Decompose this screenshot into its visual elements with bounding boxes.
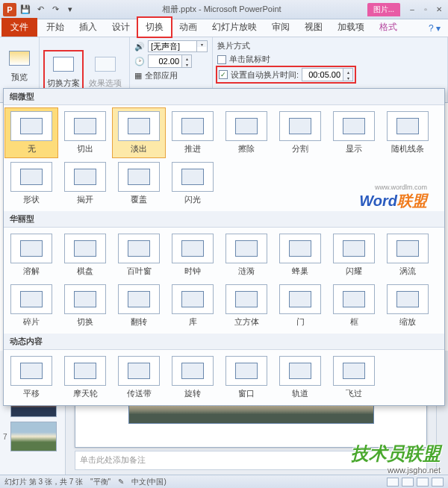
transition-thumb-icon [387,111,429,141]
transition-exciting-13[interactable]: 门 [274,281,326,331]
apply-all-icon: ▦ [134,71,142,81]
transition-thumb-icon [118,234,160,263]
transition-thumb-icon [172,356,214,386]
sorter-view-button[interactable] [402,478,414,487]
category-dynamic: 动态内容 [4,334,444,350]
tab-home[interactable]: 开始 [39,18,72,37]
transition-thumb-icon [10,356,52,386]
transition-exciting-7[interactable]: 涡流 [382,231,434,280]
spellcheck-icon[interactable]: ✎ [118,478,124,486]
transition-subtle-6[interactable]: 显示 [328,108,380,157]
transition-subtle-1[interactable]: 切出 [59,108,111,157]
tab-format[interactable]: 格式 [372,18,405,37]
transition-exciting-3[interactable]: 时钟 [167,231,219,280]
transition-subtle-4[interactable]: 擦除 [220,108,273,157]
undo-icon[interactable]: ↶ [34,4,46,16]
slideshow-view-button[interactable] [432,478,444,487]
close-icon[interactable]: ✕ [433,4,445,15]
transition-exciting-6[interactable]: 闪耀 [328,231,380,280]
normal-view-button[interactable] [387,478,399,487]
transition-subtle-2[interactable]: 淡出 [113,108,165,157]
transition-thumb-icon [279,284,321,314]
preview-button[interactable]: 预览 [4,45,34,84]
timing-header: 换片方式 [217,40,443,51]
transition-exciting-8[interactable]: 碎片 [5,281,57,331]
sound-dropdown[interactable]: ▾ [148,40,208,52]
restore-icon[interactable]: ▫ [420,4,432,15]
auto-advance-spinner[interactable]: ▴▾ [302,68,353,81]
transition-thumb-icon [172,284,214,314]
on-click-label: 单击鼠标时 [229,54,270,65]
transition-thumb-icon [333,356,375,386]
apply-all-button[interactable]: ▦ 全部应用 [134,70,208,81]
transition-thumb-icon [279,234,321,263]
auto-advance-checkbox[interactable]: ✓ [219,70,228,79]
transition-subtle-3[interactable]: 推进 [167,108,219,157]
transition-thumb-icon [279,356,321,386]
quick-access-toolbar: P 💾 ↶ ↷ ▾ [3,3,76,16]
transition-dynamic-1[interactable]: 摩天轮 [59,353,111,402]
transition-thumb-icon [118,162,160,192]
transition-subtle-8[interactable]: 形状 [5,159,57,208]
transition-exciting-0[interactable]: 溶解 [5,231,57,280]
preview-icon [7,46,31,70]
effect-options-icon [93,52,117,76]
save-icon[interactable]: 💾 [19,4,31,16]
on-click-checkbox[interactable] [217,55,226,64]
transition-subtle-0[interactable]: 无 [5,108,57,157]
transition-dynamic-5[interactable]: 轨道 [274,353,326,402]
transition-subtle-5[interactable]: 分割 [274,108,326,157]
transition-dynamic-4[interactable]: 窗口 [220,353,273,402]
transition-thumb-icon [279,111,321,141]
transition-thumb-icon [118,111,160,141]
redo-icon[interactable]: ↷ [49,4,61,16]
transition-exciting-11[interactable]: 库 [167,281,219,331]
tab-insert[interactable]: 插入 [72,18,105,37]
transition-exciting-4[interactable]: 涟漪 [220,231,273,280]
tab-animations[interactable]: 动画 [172,18,205,37]
transition-subtle-7[interactable]: 随机线条 [382,108,434,157]
transition-dynamic-3[interactable]: 旋转 [167,353,219,402]
slide-count: 幻灯片 第 3 张，共 7 张 [4,477,83,487]
language[interactable]: 中文(中国) [131,477,167,487]
transition-thumb-icon [64,111,106,141]
tab-design[interactable]: 设计 [105,18,137,37]
minimize-icon[interactable]: – [406,4,418,15]
transition-thumb-icon [172,111,214,141]
transition-thumb-icon [225,356,267,386]
tab-transitions[interactable]: 切换 [137,17,172,37]
help-icon[interactable]: ? ▾ [426,20,444,37]
duration-spinner[interactable]: ▴▾ [148,54,192,68]
transition-subtle-11[interactable]: 闪光 [167,159,219,208]
transition-dynamic-6[interactable]: 飞过 [328,353,380,402]
transition-subtle-9[interactable]: 揭开 [59,159,111,208]
transition-thumb-icon [333,234,375,263]
transition-scheme-button[interactable]: 切换方案 [44,51,83,90]
contextual-tab-label: 图片... [367,3,400,16]
transition-exciting-2[interactable]: 百叶窗 [113,231,165,280]
transition-exciting-10[interactable]: 翻转 [113,281,165,331]
transition-exciting-12[interactable]: 立方体 [220,281,273,331]
transition-subtle-10[interactable]: 覆盖 [113,159,165,208]
transition-exciting-9[interactable]: 切换 [59,281,111,331]
transition-exciting-5[interactable]: 蜂巢 [274,231,326,280]
transition-thumb-icon [10,284,52,314]
tab-review[interactable]: 审阅 [264,18,297,37]
reading-view-button[interactable] [417,478,429,487]
tab-slideshow[interactable]: 幻灯片放映 [205,18,264,37]
transition-exciting-14[interactable]: 框 [328,281,380,331]
transition-thumb-icon [118,356,160,386]
tab-file[interactable]: 文件 [1,18,37,37]
duration-icon: 🕑 [134,57,145,66]
transition-dynamic-0[interactable]: 平移 [5,353,57,402]
transition-gallery: 细微型 无切出淡出推进擦除分割显示随机线条形状揭开覆盖闪光 华丽型 溶解棋盘百叶… [3,88,445,406]
tab-addins[interactable]: 加载项 [330,18,372,37]
transition-exciting-1[interactable]: 棋盘 [59,231,111,280]
transition-dynamic-2[interactable]: 传送带 [113,353,165,402]
transition-thumb-icon [387,234,429,263]
thumbnail[interactable] [10,422,57,451]
transition-exciting-15[interactable]: 缩放 [382,281,434,331]
qat-dropdown-icon[interactable]: ▾ [64,4,76,16]
effect-options-button[interactable]: 效果选项 [86,51,125,90]
tab-view[interactable]: 视图 [297,18,330,37]
